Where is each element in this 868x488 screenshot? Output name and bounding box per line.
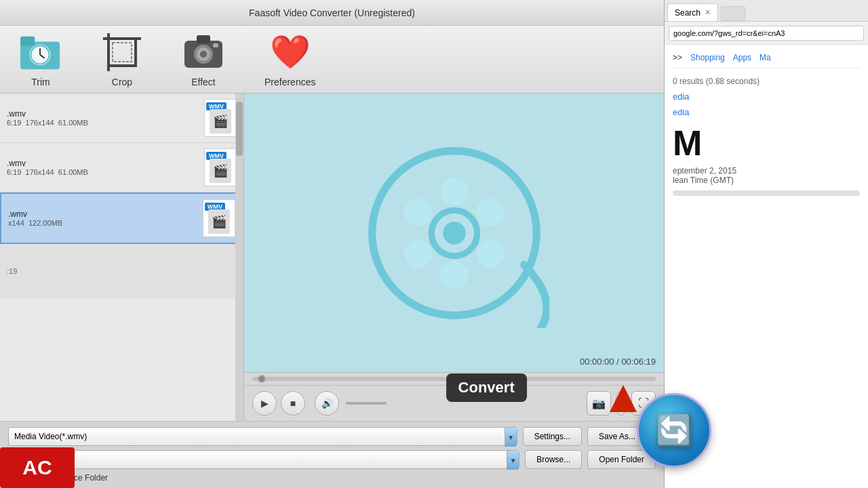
- volume-slider[interactable]: [346, 402, 387, 405]
- svg-rect-1: [20, 36, 35, 45]
- tab-label: Search: [675, 8, 701, 18]
- wmv-icon: WMV: [204, 99, 237, 137]
- empty-meta: :19: [7, 267, 17, 275]
- settings-button[interactable]: Settings...: [523, 427, 582, 446]
- big-letter: M: [673, 123, 860, 163]
- camera-dropdown[interactable]: ▼: [615, 391, 627, 415]
- crop-tool[interactable]: Crop: [102, 32, 142, 87]
- new-tab-button[interactable]: [721, 6, 745, 21]
- playback-controls: ▶ ■ 🔊 Convert 📷 ▼ ⛶: [244, 385, 664, 421]
- volume-button[interactable]: 🔊: [315, 391, 339, 415]
- svg-point-26: [404, 198, 432, 226]
- scrollbar[interactable]: [235, 94, 243, 421]
- format-select-2[interactable]: TA2 /.wmv ▼: [8, 450, 519, 469]
- result-item-1[interactable]: edia: [673, 92, 860, 102]
- file-meta: 6:19 176x144 61.00MB: [7, 168, 199, 176]
- convert-button[interactable]: 🔄: [637, 393, 711, 468]
- seek-thumb[interactable]: [258, 375, 266, 383]
- format-row-1: Media Video(*.wmv) ▼ Settings... Save As…: [8, 427, 656, 446]
- browser-tab-bar: Search ✕: [665, 0, 868, 22]
- browser-nav: >> Shopping Apps Ma: [673, 53, 860, 68]
- crop-label: Crop: [112, 77, 132, 87]
- browser-tab-search[interactable]: Search ✕: [667, 3, 718, 21]
- preferences-tool[interactable]: ❤️ Preferences: [264, 32, 315, 87]
- effect-tool[interactable]: Effect: [183, 32, 224, 87]
- file-item[interactable]: .wmv 6:19 176x144 61.00MB WMV: [0, 94, 243, 143]
- file-item[interactable]: .wmv 6:19 176x144 61.00MB WMV: [0, 143, 243, 192]
- file-item-empty: :19: [0, 244, 243, 298]
- seek-bar[interactable]: [244, 372, 664, 385]
- tab-close-button[interactable]: ✕: [705, 8, 711, 17]
- file-meta: x144 122.00MB: [8, 219, 197, 227]
- svg-point-23: [476, 240, 504, 268]
- effect-icon: [183, 32, 224, 73]
- svg-point-25: [404, 240, 432, 268]
- nav-shopping[interactable]: Shopping: [690, 53, 725, 62]
- svg-rect-17: [213, 43, 218, 47]
- svg-point-24: [440, 261, 468, 289]
- bottom-bar: Media Video(*.wmv) ▼ Settings... Save As…: [0, 421, 664, 488]
- time-display: 00:00:00 / 00:06:19: [580, 357, 656, 367]
- app-title: Faasoft Video Converter (Unregistered): [249, 7, 415, 18]
- file-item-selected[interactable]: .wmv x144 122.00MB WMV: [0, 192, 243, 244]
- seek-track[interactable]: [252, 377, 656, 381]
- scrollbar-thumb[interactable]: [236, 102, 243, 156]
- nav-more-icon[interactable]: >>: [673, 53, 682, 62]
- stop-button[interactable]: ■: [281, 391, 305, 415]
- convert-arrows-icon: 🔄: [656, 413, 693, 448]
- svg-rect-7: [113, 43, 132, 62]
- title-bar: Faasoft Video Converter (Unregistered): [0, 0, 664, 26]
- preferences-label: Preferences: [264, 77, 315, 87]
- file-info: .wmv 6:19 176x144 61.00MB: [7, 109, 199, 127]
- address-input[interactable]: [669, 26, 864, 41]
- screenshot-button[interactable]: 📷: [587, 391, 611, 415]
- gray-bar: [673, 190, 860, 196]
- format-select-1[interactable]: Media Video(*.wmv) ▼: [8, 427, 517, 446]
- output-checkbox-row: Output to Source Folder: [8, 473, 656, 483]
- ac-logo: AC: [0, 447, 75, 488]
- svg-point-16: [200, 51, 207, 58]
- svg-rect-13: [197, 35, 210, 43]
- format-1-label: Media Video(*.wmv): [14, 432, 87, 441]
- wmv-icon: WMV: [203, 199, 235, 237]
- play-button[interactable]: ▶: [252, 391, 277, 415]
- effect-label: Effect: [191, 77, 216, 87]
- file-info: .wmv 6:19 176x144 61.00MB: [7, 159, 199, 176]
- trim-icon: [20, 32, 61, 73]
- svg-point-22: [476, 198, 504, 226]
- video-preview: 00:00:00 / 00:06:19: [244, 94, 664, 372]
- toolbar: Trim Crop: [0, 26, 664, 94]
- result-item-2[interactable]: edia: [673, 107, 860, 117]
- file-name: .wmv: [7, 159, 199, 168]
- format-row-2: TA2 /.wmv ▼ Browse... Open Folder: [8, 450, 656, 469]
- results-count: 0 results (0.88 seconds): [673, 77, 860, 86]
- file-list[interactable]: .wmv 6:19 176x144 61.00MB WMV .wmv 6:19 …: [0, 94, 244, 421]
- preferences-icon: ❤️: [270, 32, 311, 73]
- nav-apps[interactable]: Apps: [733, 53, 751, 62]
- browse-button[interactable]: Browse...: [525, 450, 582, 469]
- format-2-arrow[interactable]: ▼: [507, 451, 519, 470]
- date-line-2: lean Time (GMT): [673, 176, 860, 185]
- file-name: .wmv: [7, 109, 199, 119]
- video-panel: 00:00:00 / 00:06:19 ▶ ■ 🔊 Convert 📷: [244, 94, 664, 421]
- main-content: .wmv 6:19 176x144 61.00MB WMV .wmv 6:19 …: [0, 94, 664, 421]
- file-meta: 6:19 176x144 61.00MB: [7, 119, 199, 127]
- file-info: .wmv x144 122.00MB: [8, 209, 197, 227]
- svg-point-21: [440, 177, 468, 205]
- wmv-icon: WMV: [204, 148, 237, 186]
- address-bar: [665, 22, 868, 45]
- trim-tool[interactable]: Trim: [20, 32, 61, 87]
- date-line-1: eptember 2, 2015: [673, 166, 860, 176]
- film-reel-icon: [359, 138, 549, 328]
- crop-icon: [102, 32, 142, 73]
- svg-point-20: [443, 222, 466, 245]
- faasoft-app: Faasoft Video Converter (Unregistered) T…: [0, 0, 665, 488]
- format-1-arrow[interactable]: ▼: [505, 428, 517, 447]
- nav-more-item[interactable]: Ma: [760, 53, 771, 62]
- file-name: .wmv: [8, 209, 197, 219]
- trim-label: Trim: [31, 77, 50, 87]
